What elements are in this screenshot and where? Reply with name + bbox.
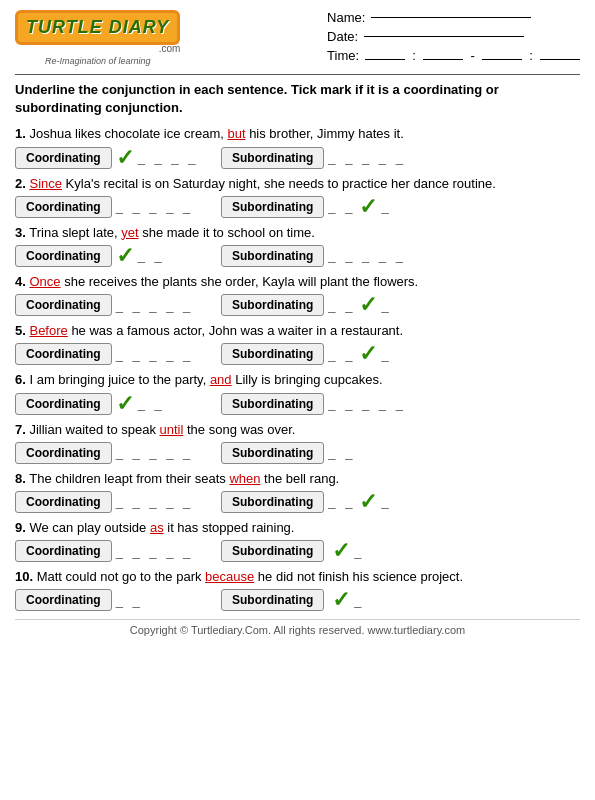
sentence-text: 10. Matt could not go to the park becaus… bbox=[15, 568, 580, 586]
sub-dashes-before: _ _ bbox=[328, 298, 355, 313]
sentence-text: 6. I am bringing juice to the party, and… bbox=[15, 371, 580, 389]
coordinating-checkmark: ✓ bbox=[116, 393, 134, 415]
subordinating-section: Subordinating✓_ bbox=[221, 540, 451, 562]
subordinating-section: Subordinating✓_ bbox=[221, 589, 451, 611]
coord-dashes: _ _ bbox=[138, 396, 165, 411]
coordinating-section: Coordinating_ _ _ _ _ bbox=[15, 196, 215, 218]
subordinating-button: Subordinating bbox=[221, 196, 324, 218]
answer-row: Coordinating_ _ _ _ _Subordinating_ _✓_ bbox=[15, 294, 580, 316]
logo-com: .com bbox=[159, 43, 181, 54]
answer-row: Coordinating_ _ _ _ _Subordinating✓_ bbox=[15, 540, 580, 562]
name-field: Name: bbox=[327, 10, 580, 25]
subordinating-button: Subordinating bbox=[221, 393, 324, 415]
answer-row: Coordinating_ _Subordinating✓_ bbox=[15, 589, 580, 611]
sentence-block: 9. We can play outside as it has stopped… bbox=[15, 519, 580, 562]
coord-dashes: _ _ _ _ _ bbox=[116, 199, 194, 214]
sentence-block: 6. I am bringing juice to the party, and… bbox=[15, 371, 580, 414]
sub-dashes: _ _ _ _ _ bbox=[328, 396, 406, 411]
coord-dashes: _ _ _ _ _ bbox=[116, 298, 194, 313]
sentence-block: 5. Before he was a famous actor, John wa… bbox=[15, 322, 580, 365]
subordinating-checkmark: ✓ bbox=[359, 343, 377, 365]
sentences-container: 1. Joshua likes chocolate ice cream, but… bbox=[15, 125, 580, 611]
sentence-block: 10. Matt could not go to the park becaus… bbox=[15, 568, 580, 611]
subordinating-section: Subordinating_ _✓_ bbox=[221, 491, 451, 513]
subordinating-button: Subordinating bbox=[221, 540, 324, 562]
coordinating-button: Coordinating bbox=[15, 294, 112, 316]
time-field: Time: : - : bbox=[327, 48, 580, 63]
coord-dashes: _ _ _ _ _ bbox=[116, 544, 194, 559]
logo-sub: Re-Imagination of learning bbox=[45, 56, 151, 66]
answer-row: Coordinating_ _ _ _ _Subordinating_ _✓_ bbox=[15, 343, 580, 365]
date-field: Date: bbox=[327, 29, 580, 44]
sentence-block: 3. Trina slept late, yet she made it to … bbox=[15, 224, 580, 267]
time-value: : - : bbox=[365, 48, 580, 63]
sub-dashes-before: _ _ bbox=[328, 347, 355, 362]
sentence-text: 7. Jillian waited to speak until the son… bbox=[15, 421, 580, 439]
subordinating-button: Subordinating bbox=[221, 589, 324, 611]
sentence-text: 1. Joshua likes chocolate ice cream, but… bbox=[15, 125, 580, 143]
subordinating-checkmark: ✓ bbox=[332, 540, 350, 562]
sub-dashes: _ _ _ _ _ bbox=[328, 150, 406, 165]
sentence-block: 8. The children leapt from their seats w… bbox=[15, 470, 580, 513]
coordinating-button: Coordinating bbox=[15, 147, 112, 169]
date-line bbox=[364, 36, 524, 37]
coordinating-button: Coordinating bbox=[15, 196, 112, 218]
subordinating-button: Subordinating bbox=[221, 147, 324, 169]
coordinating-button: Coordinating bbox=[15, 491, 112, 513]
sentence-text: 9. We can play outside as it has stopped… bbox=[15, 519, 580, 537]
coordinating-section: Coordinating_ _ _ _ _ bbox=[15, 442, 215, 464]
coord-dashes: _ _ bbox=[116, 593, 143, 608]
subordinating-section: Subordinating_ _ _ _ _ bbox=[221, 245, 451, 267]
sub-dashes-after: _ bbox=[381, 494, 391, 509]
sentence-block: 7. Jillian waited to speak until the son… bbox=[15, 421, 580, 464]
coordinating-section: Coordinating✓_ _ bbox=[15, 245, 215, 267]
subordinating-button: Subordinating bbox=[221, 442, 324, 464]
coordinating-section: Coordinating_ _ _ _ _ bbox=[15, 294, 215, 316]
subordinating-checkmark: ✓ bbox=[359, 294, 377, 316]
sentence-text: 5. Before he was a famous actor, John wa… bbox=[15, 322, 580, 340]
coordinating-checkmark: ✓ bbox=[116, 147, 134, 169]
coordinating-button: Coordinating bbox=[15, 589, 112, 611]
answer-row: Coordinating_ _ _ _ _Subordinating_ _✓_ bbox=[15, 491, 580, 513]
coordinating-button: Coordinating bbox=[15, 540, 112, 562]
subordinating-checkmark: ✓ bbox=[359, 491, 377, 513]
logo-text: TURTLE DIARY bbox=[26, 17, 169, 37]
sub-dashes-after: _ bbox=[381, 199, 391, 214]
sub-dashes: _ _ bbox=[328, 445, 355, 460]
logo-area: TURTLE DIARY .com Re-Imagination of lear… bbox=[15, 10, 180, 66]
date-label: Date: bbox=[327, 29, 358, 44]
time-label: Time: bbox=[327, 48, 359, 63]
coordinating-button: Coordinating bbox=[15, 245, 112, 267]
divider bbox=[15, 74, 580, 75]
logo-image: TURTLE DIARY bbox=[15, 10, 180, 45]
sentence-text: 3. Trina slept late, yet she made it to … bbox=[15, 224, 580, 242]
coordinating-section: Coordinating_ _ _ _ _ bbox=[15, 343, 215, 365]
sentence-block: 4. Once she receives the plants she orde… bbox=[15, 273, 580, 316]
coordinating-section: Coordinating✓_ _ bbox=[15, 393, 215, 415]
coordinating-checkmark: ✓ bbox=[116, 245, 134, 267]
coordinating-section: Coordinating_ _ _ _ _ bbox=[15, 540, 215, 562]
coordinating-section: Coordinating_ _ bbox=[15, 589, 215, 611]
sub-dashes-after: _ bbox=[381, 298, 391, 313]
sentence-text: 8. The children leapt from their seats w… bbox=[15, 470, 580, 488]
header: TURTLE DIARY .com Re-Imagination of lear… bbox=[15, 10, 580, 66]
coordinating-section: Coordinating_ _ _ _ _ bbox=[15, 491, 215, 513]
subordinating-section: Subordinating_ _ _ _ _ bbox=[221, 393, 451, 415]
coord-dashes: _ _ _ _ _ bbox=[116, 445, 194, 460]
name-fields: Name: Date: Time: : - : bbox=[327, 10, 580, 63]
sentence-text: 2. Since Kyla's recital is on Saturday n… bbox=[15, 175, 580, 193]
coord-dashes: _ _ _ _ bbox=[138, 150, 199, 165]
subordinating-section: Subordinating_ _✓_ bbox=[221, 294, 451, 316]
coordinating-button: Coordinating bbox=[15, 393, 112, 415]
coord-dashes: _ _ bbox=[138, 248, 165, 263]
subordinating-button: Subordinating bbox=[221, 491, 324, 513]
answer-row: Coordinating✓_ _ _ _Subordinating_ _ _ _… bbox=[15, 147, 580, 169]
subordinating-checkmark: ✓ bbox=[332, 589, 350, 611]
answer-row: Coordinating_ _ _ _ _Subordinating_ _ bbox=[15, 442, 580, 464]
sentence-text: 4. Once she receives the plants she orde… bbox=[15, 273, 580, 291]
answer-row: Coordinating✓_ _Subordinating_ _ _ _ _ bbox=[15, 393, 580, 415]
sentence-block: 1. Joshua likes chocolate ice cream, but… bbox=[15, 125, 580, 168]
coordinating-button: Coordinating bbox=[15, 442, 112, 464]
coordinating-button: Coordinating bbox=[15, 343, 112, 365]
sub-dashes: _ _ _ _ _ bbox=[328, 248, 406, 263]
